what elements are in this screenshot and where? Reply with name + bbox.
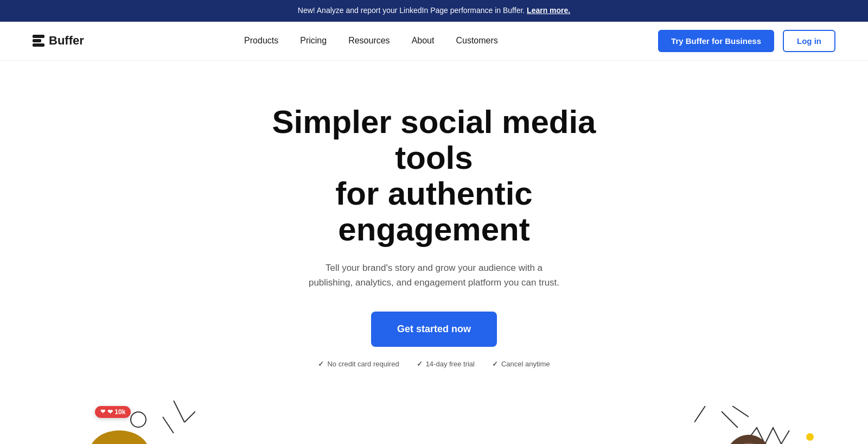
nav-products[interactable]: Products xyxy=(244,36,278,46)
svg-line-10 xyxy=(184,411,195,422)
announcement-text: New! Analyze and report your LinkedIn Pa… xyxy=(298,6,525,15)
trust-badge-2: ✓ 14-day free trial xyxy=(417,360,475,368)
svg-line-19 xyxy=(722,411,738,428)
logo-icon xyxy=(33,35,44,47)
hero-section: Simpler social media tools for authentic… xyxy=(0,61,868,444)
heart-icon: ❤ xyxy=(100,408,105,415)
trust-badge-1: ✓ No credit card required xyxy=(318,360,399,368)
svg-line-9 xyxy=(174,401,184,422)
try-business-button[interactable]: Try Buffer for Business xyxy=(658,30,774,52)
deco-lines-right xyxy=(694,406,749,444)
check-icon-3: ✓ xyxy=(492,360,498,368)
check-icon-1: ✓ xyxy=(318,360,324,368)
hero-illustrations: ❤ ❤ 10k ✓ xyxy=(11,390,857,444)
trust-badges: ✓ No credit card required ✓ 14-day free … xyxy=(11,360,857,368)
announcement-bar: New! Analyze and report your LinkedIn Pa… xyxy=(0,0,868,22)
hero-subtitle: Tell your brand's story and grow your au… xyxy=(304,261,564,290)
nav-resources[interactable]: Resources xyxy=(348,36,390,46)
svg-point-1 xyxy=(90,430,149,444)
header: Buffer Products Pricing Resources About … xyxy=(0,22,868,61)
logo-text: Buffer xyxy=(49,34,84,48)
nav-about[interactable]: About xyxy=(412,36,435,46)
login-button[interactable]: Log in xyxy=(783,30,835,52)
check-icon-2: ✓ xyxy=(417,360,423,368)
get-started-button[interactable]: Get started now xyxy=(371,312,497,347)
trust-badge-3: ✓ Cancel anytime xyxy=(492,360,550,368)
svg-line-18 xyxy=(694,406,705,422)
header-actions: Try Buffer for Business Log in xyxy=(658,30,835,52)
left-like-badge: ❤ ❤ 10k xyxy=(95,406,131,418)
deco-lines-left xyxy=(152,401,195,444)
svg-line-20 xyxy=(732,406,749,417)
nav-pricing[interactable]: Pricing xyxy=(300,36,327,46)
main-nav: Products Pricing Resources About Custome… xyxy=(244,36,498,46)
announcement-link[interactable]: Learn more. xyxy=(527,6,570,15)
nav-customers[interactable]: Customers xyxy=(456,36,497,46)
svg-line-11 xyxy=(163,417,174,433)
logo[interactable]: Buffer xyxy=(33,34,84,48)
hero-title: Simpler social media tools for authentic… xyxy=(244,104,624,248)
